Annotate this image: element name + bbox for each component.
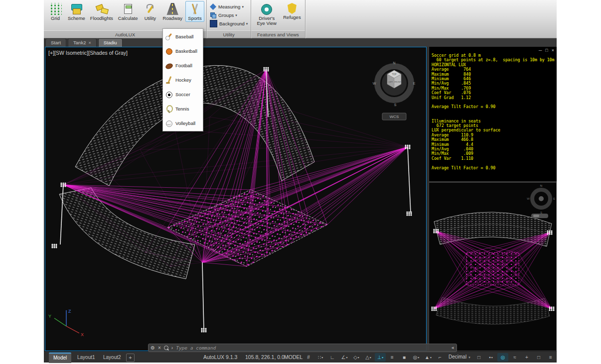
lock-ui-icon[interactable]: ▪▾ bbox=[485, 353, 496, 362]
autosnap-icon[interactable]: △▾ bbox=[363, 353, 374, 362]
console-line: Unif Grad 1.12 bbox=[432, 96, 555, 100]
football-icon bbox=[165, 62, 173, 70]
svg-text:N: N bbox=[540, 184, 542, 187]
drivers-eye-view-button[interactable]: Driver's Eye View bbox=[253, 1, 280, 27]
console-line: Coef Var 1.110 bbox=[432, 156, 555, 161]
ortho-icon[interactable]: ∟▾ bbox=[327, 353, 338, 362]
svg-text:W: W bbox=[373, 82, 376, 85]
new-layout-button[interactable]: + bbox=[126, 354, 135, 362]
coordinates-readout[interactable]: 105.8, 226.1, 0.0 bbox=[245, 354, 285, 360]
annotation-monitor-icon[interactable]: +▾ bbox=[521, 353, 532, 362]
scheme-icon bbox=[70, 3, 83, 15]
file-tab-tank2[interactable]: Tank2 × bbox=[68, 38, 97, 47]
background-icon bbox=[210, 20, 217, 27]
grid-display-icon[interactable]: #▾ bbox=[303, 353, 314, 362]
svg-text:Y: Y bbox=[48, 314, 51, 319]
svg-text:WCS: WCS bbox=[390, 115, 399, 119]
measuring-button[interactable]: Measuring bbox=[210, 3, 244, 10]
model-tab[interactable]: Model bbox=[49, 353, 71, 363]
top-view-viewport[interactable]: N E S W bbox=[429, 182, 557, 351]
quick-properties-icon[interactable]: □▾ bbox=[473, 353, 484, 362]
snap-mode-icon[interactable]: ∷▾ bbox=[315, 353, 326, 362]
svg-text:Z: Z bbox=[68, 309, 71, 314]
layout1-tab[interactable]: Layout1 bbox=[73, 353, 100, 362]
transparency-icon[interactable]: ■▾ bbox=[399, 353, 410, 362]
menu-item-soccer[interactable]: Soccer bbox=[163, 87, 202, 102]
svg-text:E: E bbox=[553, 197, 555, 200]
customize-icon[interactable]: ⚙ bbox=[150, 345, 155, 351]
top-view-compass[interactable]: N E S W bbox=[527, 184, 555, 214]
ribbon-group-label-utility: Utility bbox=[207, 30, 251, 38]
ribbon-group-features: Driver's Eye View Refuges Features and V… bbox=[251, 0, 305, 38]
menu-item-tennis[interactable]: Tennis bbox=[163, 102, 202, 116]
console-text: Soccer grid at 0.8 m 60 target points at… bbox=[429, 47, 557, 170]
minimize-icon[interactable]: ─ bbox=[539, 48, 542, 53]
file-tab-stadium[interactable]: Stadiu bbox=[98, 38, 123, 47]
groups-icon bbox=[210, 12, 216, 18]
roadway-button[interactable]: Roadway bbox=[160, 1, 184, 22]
calculate-button[interactable]: Calculate bbox=[116, 1, 140, 22]
close-icon[interactable]: × bbox=[552, 48, 554, 53]
maximize-icon[interactable]: □ bbox=[545, 48, 548, 53]
groups-button[interactable]: Groups bbox=[210, 11, 237, 19]
search-icon[interactable] bbox=[164, 346, 168, 350]
space-indicator[interactable]: MODEL bbox=[284, 354, 302, 360]
layout2-tab[interactable]: Layout2 bbox=[99, 353, 126, 362]
3d-osnap-icon[interactable]: ▲▾ bbox=[423, 353, 434, 362]
console-line: Average Tilt Factor = 0.90 bbox=[432, 166, 555, 170]
clean-screen-icon[interactable]: □▾ bbox=[533, 353, 544, 362]
main-viewport[interactable]: [+][SW Isometric][Shades of Gray] bbox=[45, 47, 427, 351]
menu-item-basketball[interactable]: Basketball bbox=[163, 44, 202, 58]
file-tab-bar: Start Tank2 × Stadiu bbox=[44, 38, 557, 47]
svg-text:X: X bbox=[81, 332, 84, 337]
close-command-icon[interactable]: × bbox=[158, 345, 161, 351]
tennis-icon bbox=[165, 105, 173, 113]
measuring-icon bbox=[210, 3, 216, 10]
viewcube[interactable]: N E S W TOP LEFT FRONT bbox=[373, 61, 416, 107]
isolate-objects-icon[interactable]: ◎▾ bbox=[497, 353, 508, 362]
menu-item-football[interactable]: Football bbox=[163, 58, 202, 73]
scrollbar-left-arrow-icon[interactable] bbox=[451, 346, 454, 350]
floodlights-button[interactable]: Floodlights bbox=[88, 1, 115, 22]
status-icon-row-left: #▾ ∷▾ ∟▾ ∠▾ ◇▾ △▾ bbox=[303, 353, 446, 362]
floodlights-icon bbox=[95, 3, 108, 15]
dynamic-ucs-icon[interactable]: ⌐▾ bbox=[435, 353, 446, 362]
menu-item-hockey[interactable]: Hockey bbox=[163, 73, 202, 87]
ribbon: Grid Scheme Floodlights Calculate bbox=[44, 0, 557, 38]
background-button[interactable]: Background bbox=[210, 20, 248, 27]
selection-cycling-icon[interactable]: ◎▾ bbox=[411, 353, 422, 362]
units-dropdown[interactable]: Decimal bbox=[449, 354, 470, 360]
basketball-icon bbox=[165, 47, 173, 55]
sports-icon bbox=[188, 3, 201, 15]
polar-tracking-icon[interactable]: ∠▾ bbox=[339, 353, 350, 362]
wcs-button[interactable]: WCS bbox=[382, 113, 406, 120]
drivers-eye-icon bbox=[261, 4, 272, 15]
app-version: AutoLUX 9.1.3 bbox=[203, 354, 237, 360]
baseball-icon bbox=[165, 33, 173, 41]
menu-item-baseball[interactable]: Baseball bbox=[163, 29, 202, 44]
object-snap-icon[interactable]: ⊥▾ bbox=[375, 353, 386, 362]
lineweight-icon[interactable]: ≡▾ bbox=[387, 353, 398, 362]
scheme-button[interactable]: Scheme bbox=[66, 1, 87, 22]
isodraft-icon[interactable]: ◇▾ bbox=[351, 353, 362, 362]
console-line: Average Tilt Factor = 0.90 bbox=[432, 105, 555, 109]
svg-text:LEFT: LEFT bbox=[388, 81, 393, 83]
sports-button[interactable]: Sports bbox=[185, 1, 204, 22]
menu-item-volleyball[interactable]: Volleyball bbox=[163, 116, 202, 130]
refuges-button[interactable]: Refuges bbox=[281, 1, 302, 21]
command-line[interactable]: ⚙ × › Type a command bbox=[148, 344, 457, 352]
svg-text:S: S bbox=[394, 103, 397, 107]
close-tab-icon[interactable]: × bbox=[88, 39, 91, 47]
ucs-icon[interactable]: Z Y X bbox=[48, 309, 84, 337]
sports-dropdown-menu: Baseball Basketball Football Hockey Socc… bbox=[162, 28, 203, 131]
utility-button[interactable]: Utility bbox=[141, 1, 159, 22]
grid-button[interactable]: Grid bbox=[46, 1, 65, 22]
calculation-console: ─ □ × Soccer grid at 0.8 m 60 target poi… bbox=[429, 47, 557, 181]
customization-icon[interactable]: ≡▾ bbox=[545, 353, 556, 362]
hockey-icon bbox=[165, 76, 173, 84]
file-tab-start[interactable]: Start bbox=[45, 38, 66, 47]
viewport-controls[interactable]: [+][SW Isometric][Shades of Gray] bbox=[48, 50, 128, 56]
command-input[interactable]: Type a command bbox=[176, 345, 216, 351]
graphics-performance-icon[interactable]: ≈▾ bbox=[509, 353, 520, 362]
status-bar: Model Layout1 Layout2 + AutoLUX 9.1.3 10… bbox=[44, 351, 557, 363]
